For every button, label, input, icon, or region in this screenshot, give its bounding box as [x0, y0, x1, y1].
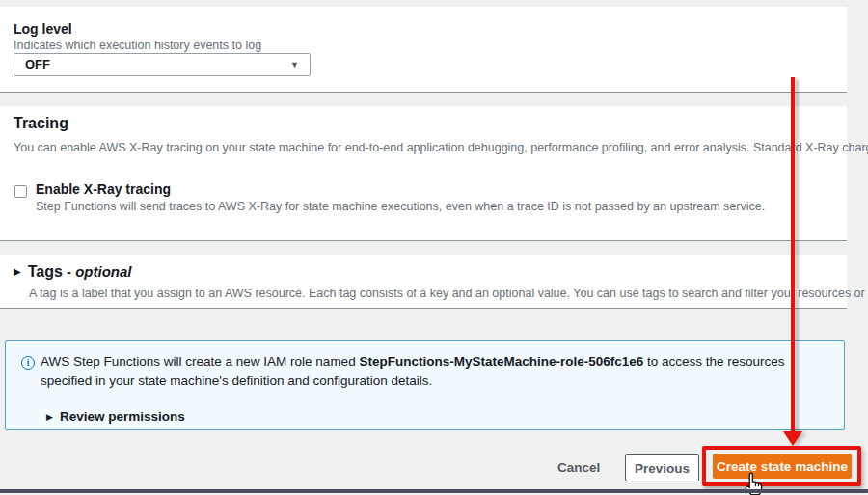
log-level-select[interactable]: OFF ▼ [14, 53, 311, 76]
tags-section: ▶Tags - optional A tag is a label that y… [0, 255, 847, 309]
tracing-description: You can enable AWS X-Ray tracing on your… [14, 141, 868, 154]
tracing-title: Tracing [14, 115, 68, 132]
tracing-description-text: You can enable AWS X-Ray tracing on your… [14, 141, 868, 154]
review-permissions-label: Review permissions [60, 409, 185, 424]
create-state-machine-page: Log level Indicates which execution hist… [0, 0, 868, 495]
xray-tracing-label[interactable]: Enable X-Ray tracing [36, 181, 171, 197]
viewport-bottom-edge [0, 489, 868, 493]
create-state-machine-button[interactable]: Create state machine [713, 454, 852, 479]
tracing-section: Tracing You can enable AWS X-Ray tracing… [0, 106, 847, 241]
iam-role-banner-text: AWS Step Functions will create a new IAM… [41, 352, 802, 391]
log-level-selected-value: OFF [25, 57, 50, 71]
xray-tracing-description: Step Functions will send traces to AWS X… [36, 200, 765, 213]
caret-right-icon: ▶ [14, 266, 21, 277]
tags-title-optional: - optional [63, 263, 132, 280]
cancel-button[interactable]: Cancel [557, 460, 600, 475]
log-level-label: Log level [14, 21, 72, 37]
review-permissions-expander[interactable]: ▶Review permissions [46, 407, 185, 425]
tags-description: A tag is a label that you assign to an A… [29, 287, 868, 300]
tags-expander[interactable]: ▶Tags - optional [14, 263, 132, 281]
logging-section: Log level Indicates which execution hist… [0, 7, 847, 93]
caret-right-icon: ▶ [46, 412, 53, 422]
previous-button[interactable]: Previous [625, 454, 699, 481]
tags-title: Tags [28, 263, 63, 280]
banner-text-before: AWS Step Functions will create a new IAM… [41, 354, 359, 369]
chevron-down-icon: ▼ [290, 54, 299, 75]
iam-role-info-banner: i AWS Step Functions will create a new I… [5, 340, 845, 430]
info-icon: i [21, 356, 35, 370]
xray-tracing-checkbox[interactable] [14, 185, 27, 198]
iam-role-name: StepFunctions-MyStateMachine-role-506fc1… [359, 354, 643, 369]
log-level-description: Indicates which execution history events… [14, 39, 261, 52]
annotation-arrow-head [783, 431, 802, 446]
